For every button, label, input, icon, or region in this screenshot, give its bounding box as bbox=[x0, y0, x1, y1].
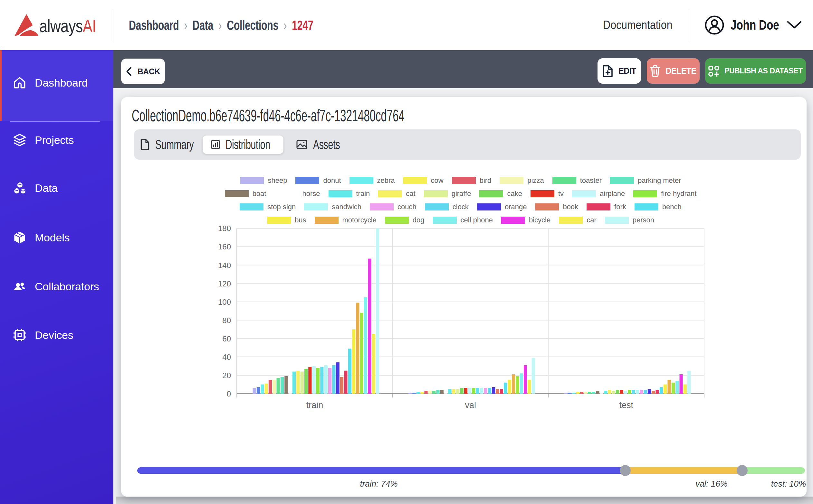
svg-text:60: 60 bbox=[222, 334, 231, 343]
svg-text:val: val bbox=[465, 400, 476, 410]
svg-text:80: 80 bbox=[222, 316, 231, 325]
svg-text:120: 120 bbox=[218, 279, 231, 288]
svg-text:test: test bbox=[619, 400, 633, 410]
svg-text:40: 40 bbox=[222, 353, 231, 361]
svg-text:180: 180 bbox=[218, 224, 231, 233]
svg-text:140: 140 bbox=[218, 261, 231, 270]
svg-text:160: 160 bbox=[218, 242, 231, 251]
svg-text:100: 100 bbox=[218, 298, 231, 306]
svg-text:0: 0 bbox=[227, 389, 231, 398]
svg-text:train: train bbox=[306, 400, 323, 410]
svg-text:20: 20 bbox=[222, 371, 231, 380]
